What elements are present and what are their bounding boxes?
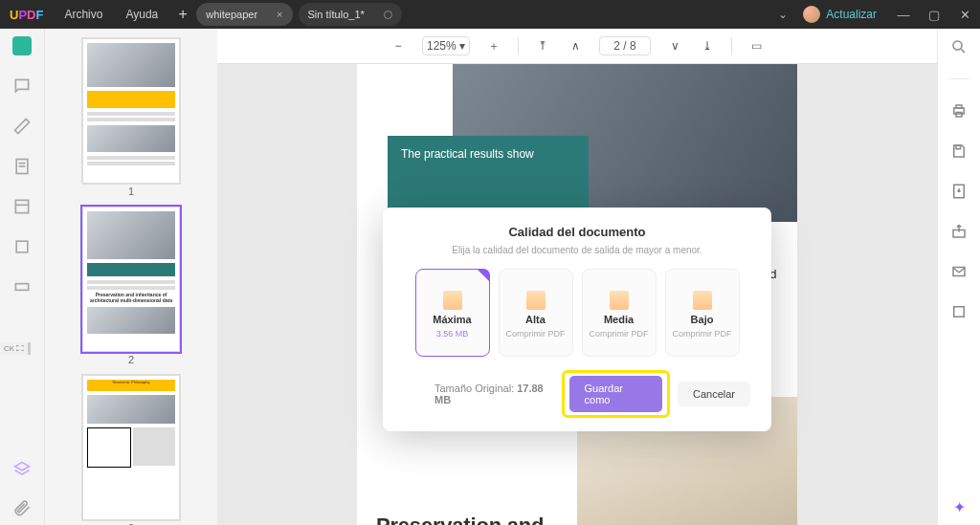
thumbnail-1[interactable] <box>82 38 180 184</box>
save-as-button[interactable]: Guardar como <box>569 376 662 412</box>
export-icon[interactable] <box>950 183 968 200</box>
dialog-title: Calidad del documento <box>400 225 754 239</box>
view-toolbar: − 125% ▾ ＋ ⤒ ∧ 2 / 8 ∨ ⤓ ▭ <box>217 29 937 64</box>
thumbnail-icon <box>443 291 462 310</box>
quality-option-max[interactable]: Máxima3.56 MB <box>415 269 490 357</box>
attachment-icon[interactable] <box>12 498 32 517</box>
quality-dialog: Calidad del documento Elija la calidad d… <box>383 208 771 431</box>
tab-unsaved-dot <box>384 11 392 19</box>
edit-icon[interactable] <box>12 117 32 136</box>
page-input[interactable]: 2 / 8 <box>599 36 651 55</box>
tab-untitled[interactable]: Sin título_1* <box>299 3 402 26</box>
thumbnail-icon <box>526 291 546 310</box>
thumbnail-icon <box>610 291 629 310</box>
crop-icon[interactable] <box>12 237 32 256</box>
present-icon[interactable]: ▭ <box>747 37 765 55</box>
last-page-icon[interactable]: ⤓ <box>699 37 716 55</box>
minimize-icon[interactable]: — <box>888 8 919 22</box>
zoom-out-icon[interactable]: − <box>390 37 407 55</box>
menu-file[interactable]: Archivo <box>53 8 114 21</box>
zoom-select[interactable]: 125% ▾ <box>422 36 470 55</box>
thumbnail-2[interactable]: Preservation and inheritance of architec… <box>82 207 180 352</box>
left-toolbar <box>0 29 45 525</box>
share-icon[interactable] <box>950 223 968 240</box>
new-tab-button[interactable]: + <box>169 0 196 29</box>
svg-rect-5 <box>16 241 28 252</box>
zoom-in-icon[interactable]: ＋ <box>485 37 502 55</box>
menu-help[interactable]: Ayuda <box>114 8 169 21</box>
redact-icon[interactable] <box>12 277 32 296</box>
original-size-label: Tamaño Original: 17.88 MB <box>434 383 554 405</box>
svg-rect-12 <box>956 145 961 149</box>
thumbnail-3[interactable]: Geometric Philosophy <box>82 375 180 520</box>
quality-option-medium[interactable]: MediaComprimir PDF <box>582 269 657 357</box>
app-logo: UPDF <box>0 8 53 22</box>
ai-icon[interactable]: ✦ <box>950 498 968 515</box>
close-tab-icon[interactable]: × <box>277 9 282 20</box>
avatar[interactable] <box>803 6 820 23</box>
quality-option-high[interactable]: AltaComprimir PDF <box>499 269 573 357</box>
next-page-icon[interactable]: ∨ <box>666 37 683 55</box>
more-icon[interactable] <box>950 303 968 320</box>
mail-icon[interactable] <box>950 263 968 280</box>
cancel-button[interactable]: Cancelar <box>678 382 750 406</box>
chevron-down-icon[interactable]: ⌄ <box>778 8 788 21</box>
page-icon[interactable] <box>12 157 32 176</box>
dialog-subtitle: Elija la calidad del documento de salida… <box>400 245 754 255</box>
tab-whitepaper[interactable]: whitepaper× <box>196 3 292 26</box>
svg-rect-16 <box>954 307 965 317</box>
svg-line-8 <box>961 49 965 53</box>
thumb-number: 2 <box>45 354 217 365</box>
section-heading: Preservation and inheritance of architec… <box>376 514 548 525</box>
svg-rect-6 <box>15 284 28 291</box>
tool-icon[interactable] <box>12 197 32 216</box>
first-page-icon[interactable]: ⤒ <box>534 37 551 55</box>
quality-option-low[interactable]: BajoComprimir PDF <box>665 269 740 357</box>
svg-point-7 <box>953 41 962 50</box>
thumbnail-panel: 1 Preservation and inheritance of archit… <box>45 29 217 525</box>
reader-mode-icon[interactable] <box>12 36 32 55</box>
layers-icon[interactable] <box>12 460 32 479</box>
right-toolbar: ✦ <box>937 29 980 525</box>
maximize-icon[interactable]: ▢ <box>919 8 949 22</box>
svg-rect-3 <box>15 200 28 212</box>
svg-rect-10 <box>956 105 962 108</box>
prev-page-icon[interactable]: ∧ <box>567 37 584 55</box>
print-icon[interactable] <box>950 102 968 120</box>
thumbnail-icon <box>693 291 712 310</box>
thumb-number: 1 <box>45 186 217 197</box>
search-icon[interactable] <box>950 38 968 55</box>
upgrade-link[interactable]: Actualizar <box>826 8 877 21</box>
comment-icon[interactable] <box>12 77 32 96</box>
close-icon[interactable]: ✕ <box>949 8 980 22</box>
save-icon[interactable] <box>950 142 968 160</box>
side-handle[interactable]: CK ⛶ <box>0 342 31 355</box>
